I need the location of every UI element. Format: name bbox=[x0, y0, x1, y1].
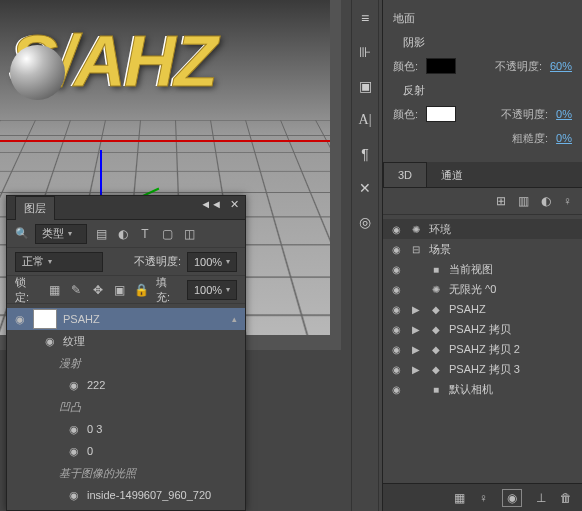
search-icon[interactable]: 🔍 bbox=[15, 227, 29, 240]
lock-move-icon[interactable]: ✥ bbox=[90, 282, 106, 298]
tool-cc-icon[interactable]: ◎ bbox=[355, 212, 375, 232]
tab-3d[interactable]: 3D bbox=[383, 162, 427, 187]
eye-icon[interactable]: ◉ bbox=[389, 244, 403, 255]
tree-row-scene[interactable]: ◉⊟场景 bbox=[383, 239, 582, 259]
tool-user-icon[interactable]: ▣ bbox=[355, 76, 375, 96]
filter-adjust-icon[interactable]: ◐ bbox=[115, 226, 131, 242]
fill-input[interactable]: 100%▾ bbox=[187, 280, 237, 300]
light-icon: ✺ bbox=[429, 284, 443, 295]
eye-icon[interactable]: ◉ bbox=[67, 423, 81, 436]
trash-icon[interactable]: 🗑 bbox=[560, 491, 572, 505]
tree-row-copy1[interactable]: ◉▶◆PSAHZ 拷贝 bbox=[383, 319, 582, 339]
lock-label: 锁定: bbox=[15, 275, 40, 305]
layer-thumbnail[interactable] bbox=[33, 309, 57, 329]
eye-icon[interactable]: ◉ bbox=[389, 264, 403, 275]
collapse-icon[interactable]: ◄◄ bbox=[200, 198, 222, 211]
layer-row-texture[interactable]: ◉ 纹理 bbox=[7, 330, 245, 352]
filter-light-icon[interactable]: ♀ bbox=[563, 194, 572, 208]
layers-panel: 图层 ◄◄✕ 🔍 类型▾ ▤ ◐ T ▢ ◫ 正常▾ 不透明度: 100%▾ 锁… bbox=[6, 195, 246, 511]
layer-row-bump-2[interactable]: ◉ 0 bbox=[7, 440, 245, 462]
filter-mesh-icon[interactable]: ▥ bbox=[518, 194, 529, 208]
roughness-value[interactable]: 0% bbox=[556, 132, 572, 144]
close-icon[interactable]: ✕ bbox=[230, 198, 239, 211]
tree-row-current-view[interactable]: ◉■当前视图 bbox=[383, 259, 582, 279]
3d-sphere[interactable] bbox=[10, 45, 65, 100]
render-icon[interactable]: ◉ bbox=[502, 489, 522, 507]
lock-all-icon[interactable]: 🔒 bbox=[134, 282, 150, 298]
eye-icon[interactable]: ◉ bbox=[67, 379, 81, 392]
eye-icon[interactable]: ◉ bbox=[43, 335, 57, 348]
filter-type-select[interactable]: 类型▾ bbox=[35, 224, 87, 244]
chevron-right-icon[interactable]: ▶ bbox=[409, 324, 423, 335]
layer-row-ibl[interactable]: 基于图像的光照 bbox=[7, 462, 245, 484]
shadow-color-swatch[interactable] bbox=[426, 58, 456, 74]
eye-icon[interactable]: ◉ bbox=[67, 445, 81, 458]
eye-icon[interactable]: ◉ bbox=[13, 313, 27, 326]
fill-label: 填充: bbox=[156, 275, 181, 305]
eye-icon[interactable]: ◉ bbox=[67, 489, 81, 502]
tree-row-default-cam[interactable]: ◉■默认相机 bbox=[383, 379, 582, 399]
bump-label: 凹凸 bbox=[59, 400, 81, 415]
tree-row-copy2[interactable]: ◉▶◆PSAHZ 拷贝 2 bbox=[383, 339, 582, 359]
layer-row-bump-1[interactable]: ◉ 0 3 bbox=[7, 418, 245, 440]
tree-row-environment[interactable]: ◉✺环境 bbox=[383, 219, 582, 239]
mesh-icon: ◆ bbox=[429, 344, 443, 355]
blend-row: 正常▾ 不透明度: 100%▾ bbox=[7, 248, 245, 276]
tool-type-icon[interactable]: A| bbox=[355, 110, 375, 130]
shadow-opacity-label: 不透明度: bbox=[495, 59, 542, 74]
tool-align-top-icon[interactable]: ≡ bbox=[355, 8, 375, 28]
ibl-label: 基于图像的光照 bbox=[59, 466, 136, 481]
chevron-right-icon[interactable]: ▶ bbox=[409, 304, 423, 315]
filter-material-icon[interactable]: ◐ bbox=[541, 194, 551, 208]
camera-icon: ■ bbox=[429, 264, 443, 275]
tool-align-side-icon[interactable]: ⊪ bbox=[355, 42, 375, 62]
roughness-label: 粗糙度: bbox=[512, 131, 548, 146]
tree-row-infinite-light[interactable]: ◉✺无限光 ^0 bbox=[383, 279, 582, 299]
shadow-opacity-value[interactable]: 60% bbox=[550, 60, 572, 72]
layer-name: PSAHZ bbox=[63, 313, 100, 325]
3d-bottom-bar: ▦ ♀ ◉ ⊥ 🗑 bbox=[383, 483, 582, 511]
refl-opacity-value[interactable]: 0% bbox=[556, 108, 572, 120]
filter-row: 🔍 类型▾ ▤ ◐ T ▢ ◫ bbox=[7, 220, 245, 248]
filter-scene-icon[interactable]: ⊞ bbox=[496, 194, 506, 208]
tool-paragraph-icon[interactable]: ¶ bbox=[355, 144, 375, 164]
lock-pixels-icon[interactable]: ▦ bbox=[46, 282, 62, 298]
tool-crossed-icon[interactable]: ✕ bbox=[355, 178, 375, 198]
eye-icon[interactable]: ◉ bbox=[389, 384, 403, 395]
eye-icon[interactable]: ◉ bbox=[389, 304, 403, 315]
properties-section: 地面 阴影 颜色: 不透明度: 60% 反射 颜色: 不透明度: 0% 粗糙度:… bbox=[383, 0, 582, 156]
light-new-icon[interactable]: ♀ bbox=[479, 491, 488, 505]
filter-shape-icon[interactable]: ▢ bbox=[159, 226, 175, 242]
reflection-label: 反射 bbox=[403, 83, 425, 98]
shadow-label: 阴影 bbox=[403, 35, 425, 50]
eye-icon[interactable]: ◉ bbox=[389, 284, 403, 295]
lock-brush-icon[interactable]: ✎ bbox=[68, 282, 84, 298]
layer-row-psahz[interactable]: ◉ PSAHZ ▴ bbox=[7, 308, 245, 330]
lock-artboard-icon[interactable]: ▣ bbox=[112, 282, 128, 298]
tab-channels[interactable]: 通道 bbox=[427, 162, 477, 187]
mesh-icon: ◆ bbox=[429, 304, 443, 315]
eye-icon[interactable]: ◉ bbox=[389, 324, 403, 335]
eye-icon[interactable]: ◉ bbox=[389, 364, 403, 375]
eye-icon[interactable]: ◉ bbox=[389, 224, 403, 235]
eye-icon[interactable]: ◉ bbox=[389, 344, 403, 355]
layer-row-bump[interactable]: 凹凸 bbox=[7, 396, 245, 418]
tree-row-copy3[interactable]: ◉▶◆PSAHZ 拷贝 3 bbox=[383, 359, 582, 379]
opacity-input[interactable]: 100%▾ bbox=[187, 252, 237, 272]
tab-layers[interactable]: 图层 bbox=[15, 196, 55, 220]
ground-label: 地面 bbox=[393, 11, 415, 26]
layer-row-diffuse-item[interactable]: ◉ 222 bbox=[7, 374, 245, 396]
tree-row-psahz[interactable]: ◉▶◆PSAHZ bbox=[383, 299, 582, 319]
surface-icon[interactable]: ▦ bbox=[454, 491, 465, 505]
layer-row-ibl-item[interactable]: ◉ inside-1499607_960_720 bbox=[7, 484, 245, 506]
filter-type-icon[interactable]: T bbox=[137, 226, 153, 242]
new-icon[interactable]: ⊥ bbox=[536, 491, 546, 505]
chevron-right-icon[interactable]: ▶ bbox=[409, 344, 423, 355]
layer-row-diffuse[interactable]: 漫射 bbox=[7, 352, 245, 374]
chevron-right-icon[interactable]: ▶ bbox=[409, 364, 423, 375]
refl-color-swatch[interactable] bbox=[426, 106, 456, 122]
filter-image-icon[interactable]: ▤ bbox=[93, 226, 109, 242]
tabs-3d: 3D 通道 bbox=[383, 162, 582, 188]
filter-smart-icon[interactable]: ◫ bbox=[181, 226, 197, 242]
blend-mode-select[interactable]: 正常▾ bbox=[15, 252, 103, 272]
